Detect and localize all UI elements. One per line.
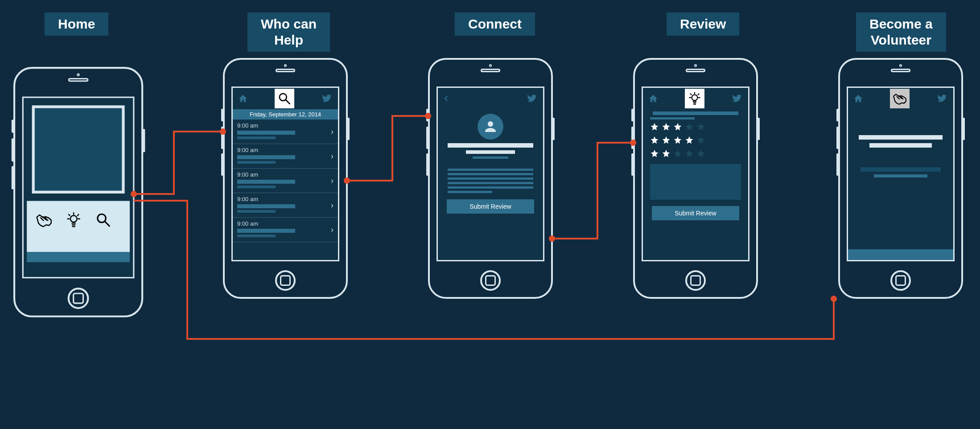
- star-icon[interactable]: [673, 136, 682, 146]
- placeholder-line: [237, 229, 295, 233]
- handshake-icon[interactable]: [35, 211, 53, 231]
- list-item-time: 9:00 am: [237, 147, 334, 153]
- phone-home: [13, 67, 143, 318]
- phone-home-button[interactable]: [890, 270, 911, 291]
- submit-review-button[interactable]: Submit Review: [652, 206, 739, 220]
- svg-point-10: [831, 296, 837, 302]
- placeholder-line: [869, 143, 932, 148]
- svg-point-0: [70, 215, 77, 222]
- placeholder-line: [237, 186, 276, 188]
- title-connect: Connect: [455, 12, 535, 36]
- star-icon[interactable]: [685, 136, 694, 146]
- twitter-icon[interactable]: [321, 94, 333, 103]
- phone-home-button[interactable]: [685, 270, 706, 291]
- review-text-box[interactable]: [650, 164, 741, 200]
- placeholder-line: [237, 131, 295, 135]
- review-screen: Submit Review: [642, 87, 749, 261]
- placeholder-line: [466, 150, 515, 154]
- placeholder-line: [859, 135, 943, 140]
- list-item[interactable]: 9:00 am›: [233, 169, 338, 193]
- star-icon[interactable]: [696, 149, 705, 160]
- star-icon[interactable]: [673, 122, 682, 133]
- placeholder-line: [448, 182, 533, 184]
- home-icon[interactable]: [238, 94, 248, 103]
- star-icon[interactable]: [662, 149, 671, 160]
- search-icon[interactable]: [275, 89, 294, 108]
- back-icon[interactable]: [443, 94, 449, 103]
- chevron-right-icon: ›: [331, 201, 334, 210]
- handshake-icon[interactable]: [890, 89, 910, 108]
- home-icon-bar: [27, 201, 130, 252]
- search-icon[interactable]: [95, 211, 112, 231]
- chevron-right-icon: ›: [331, 152, 334, 161]
- chevron-right-icon: ›: [331, 225, 334, 235]
- placeholder-line: [473, 157, 508, 159]
- lightbulb-icon[interactable]: [65, 211, 82, 231]
- star-icon[interactable]: [650, 149, 659, 160]
- title-home: Home: [45, 12, 108, 36]
- star-icon[interactable]: [650, 136, 659, 146]
- home-icon[interactable]: [853, 94, 863, 103]
- star-rating-row[interactable]: [650, 122, 741, 133]
- placeholder-line: [874, 174, 927, 177]
- star-icon[interactable]: [662, 122, 671, 133]
- placeholder-line: [237, 204, 295, 208]
- placeholder-line: [448, 169, 533, 171]
- help-screen: Friday, September 12, 2014 9:00 am›9:00 …: [231, 87, 339, 261]
- star-icon[interactable]: [696, 136, 705, 146]
- home-hero-card: [32, 105, 125, 194]
- title-volunteer: Become a Volunteer: [856, 12, 946, 52]
- star-icon[interactable]: [696, 122, 705, 133]
- list-item[interactable]: 9:00 am›: [233, 120, 338, 144]
- list-item[interactable]: 9:00 am›: [233, 193, 338, 218]
- lightbulb-icon[interactable]: [685, 89, 704, 108]
- placeholder-line: [448, 143, 533, 148]
- star-icon[interactable]: [685, 149, 694, 160]
- placeholder-line: [237, 136, 276, 139]
- list-item-time: 9:00 am: [237, 196, 334, 202]
- list-item[interactable]: 9:00 am›: [233, 218, 338, 242]
- star-rating-row[interactable]: [650, 149, 741, 160]
- placeholder-line: [237, 210, 276, 213]
- twitter-icon[interactable]: [526, 94, 538, 103]
- placeholder-line: [237, 180, 295, 184]
- date-header: Friday, September 12, 2014: [233, 109, 338, 120]
- list-item-time: 9:00 am: [237, 220, 334, 227]
- list-item-time: 9:00 am: [237, 122, 334, 129]
- star-icon[interactable]: [685, 122, 694, 133]
- placeholder-line: [237, 155, 295, 159]
- phone-home-button[interactable]: [480, 270, 501, 291]
- placeholder-line: [237, 235, 276, 237]
- phone-review: Submit Review: [633, 58, 758, 299]
- placeholder-line: [448, 186, 533, 189]
- twitter-icon[interactable]: [936, 94, 948, 103]
- list-item[interactable]: 9:00 am›: [233, 144, 338, 169]
- home-screen: [22, 97, 135, 279]
- home-bottom-bar: [27, 252, 130, 262]
- star-icon[interactable]: [662, 136, 671, 146]
- phone-help: Friday, September 12, 2014 9:00 am›9:00 …: [223, 58, 348, 299]
- title-review: Review: [667, 12, 739, 36]
- bottom-bar: [848, 249, 953, 260]
- svg-point-3: [692, 95, 698, 101]
- placeholder-line: [448, 173, 533, 175]
- chevron-right-icon: ›: [331, 176, 334, 186]
- home-icon[interactable]: [648, 94, 658, 103]
- phone-home-button[interactable]: [275, 270, 296, 291]
- avatar-icon: [478, 114, 503, 140]
- placeholder-line: [650, 117, 695, 120]
- star-icon[interactable]: [673, 149, 682, 160]
- submit-review-button[interactable]: Submit Review: [447, 199, 534, 214]
- placeholder-line: [861, 167, 941, 172]
- phone-home-button[interactable]: [68, 288, 89, 309]
- phone-connect: Submit Review: [428, 58, 553, 299]
- twitter-icon[interactable]: [731, 94, 743, 103]
- placeholder-line: [448, 177, 533, 180]
- placeholder-line: [653, 111, 738, 115]
- phone-volunteer: [838, 58, 963, 299]
- connect-screen: Submit Review: [436, 87, 544, 261]
- title-help: Who can Help: [247, 12, 330, 52]
- volunteer-screen: [847, 87, 955, 261]
- star-rating-row[interactable]: [650, 136, 741, 146]
- star-icon[interactable]: [650, 122, 659, 133]
